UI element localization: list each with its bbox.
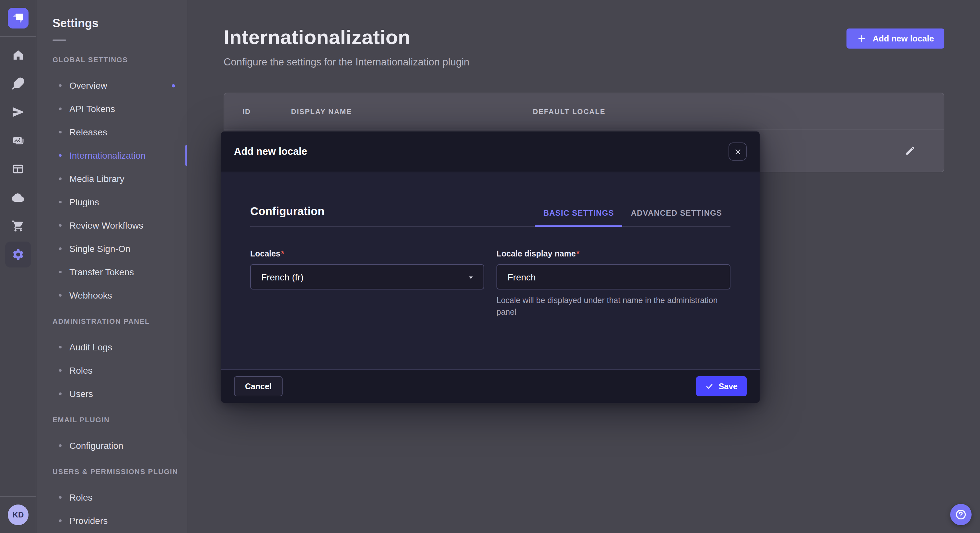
column-id: ID	[242, 108, 251, 115]
bullet-icon	[59, 201, 62, 203]
gear-icon	[11, 248, 24, 261]
settings-tabs: BASIC SETTINGS ADVANCED SETTINGS	[535, 209, 730, 226]
question-mark-icon	[955, 508, 967, 521]
bullet-icon	[59, 108, 62, 110]
sidebar-item-review-workflows[interactable]: Review Workflows	[37, 214, 187, 237]
nav-content-type-builder-button[interactable]	[5, 155, 31, 183]
modal-body: Configuration BASIC SETTINGS ADVANCED SE…	[221, 172, 760, 369]
bullet-icon	[59, 369, 62, 372]
sidebar-item-webhooks[interactable]: Webhooks	[37, 284, 187, 307]
sidebar-item-plugins[interactable]: Plugins	[37, 190, 187, 214]
rail-divider	[0, 496, 36, 497]
help-button[interactable]	[950, 504, 972, 525]
locales-field: Locales* French (fr)	[250, 249, 484, 318]
bullet-icon	[59, 496, 62, 499]
display-name-field: Locale display name* Locale will be disp…	[496, 249, 730, 318]
bullet-icon	[59, 444, 62, 447]
modal-footer: Cancel Save	[221, 369, 760, 403]
section-users-permissions-plugin: USERS & PERMISSIONS PLUGIN Roles Provide…	[37, 468, 187, 532]
nav-cloud-button[interactable]	[5, 183, 31, 212]
bullet-icon	[59, 519, 62, 522]
sidebar-item-internationalization[interactable]: Internationalization	[37, 144, 187, 167]
strapi-logo-button[interactable]	[8, 8, 29, 29]
table-header: ID DISPLAY NAME DEFAULT LOCALE	[224, 93, 944, 130]
sidebar-item-audit-logs[interactable]: Audit Logs	[37, 335, 187, 359]
display-name-hint: Locale will be displayed under that name…	[496, 295, 730, 318]
rail-divider	[0, 36, 36, 37]
rail-icon-list	[0, 41, 36, 269]
bullet-icon	[59, 84, 62, 87]
page-title: Internationalization	[224, 26, 410, 49]
sidebar-item-media-library[interactable]: Media Library	[37, 167, 187, 190]
sidebar-item-providers[interactable]: Providers	[37, 509, 187, 532]
sidebar-item-releases[interactable]: Releases	[37, 121, 187, 144]
locales-select-value: French (fr)	[261, 272, 304, 282]
locales-select[interactable]: French (fr)	[250, 264, 484, 289]
notification-dot-icon	[172, 84, 175, 87]
sidebar-title: Settings	[52, 17, 99, 30]
column-display-name: DISPLAY NAME	[291, 108, 352, 115]
bullet-icon	[59, 247, 62, 250]
add-new-locale-button[interactable]: Add new locale	[847, 29, 944, 49]
display-name-label: Locale display name*	[496, 249, 730, 259]
sidebar-menu: GLOBAL SETTINGS Overview API Tokens Rele…	[37, 56, 187, 532]
nav-content-button[interactable]	[5, 69, 31, 98]
required-asterisk: *	[281, 249, 284, 259]
close-modal-button[interactable]	[729, 143, 747, 160]
strapi-settings-page: KD Settings GLOBAL SETTINGS Overview API…	[0, 0, 980, 533]
sidebar-item-up-roles[interactable]: Roles	[37, 486, 187, 509]
nav-marketplace-button[interactable]	[5, 212, 31, 240]
section-label: GLOBAL SETTINGS	[52, 56, 187, 66]
sidebar-item-transfer-tokens[interactable]: Transfer Tokens	[37, 260, 187, 284]
bullet-icon	[59, 294, 62, 297]
check-icon	[705, 382, 714, 390]
chevron-down-icon	[467, 274, 474, 281]
bullet-icon	[59, 154, 62, 157]
sidebar-item-admin-roles[interactable]: Roles	[37, 359, 187, 382]
sidebar-item-users[interactable]: Users	[37, 382, 187, 405]
plus-icon	[857, 34, 867, 43]
cloud-icon	[11, 191, 25, 204]
user-avatar[interactable]: KD	[8, 504, 29, 525]
paper-plane-icon	[11, 106, 24, 119]
cancel-button[interactable]: Cancel	[234, 376, 283, 397]
edit-locale-button[interactable]	[900, 140, 920, 160]
pencil-icon	[905, 145, 915, 156]
sidebar-item-single-sign-on[interactable]: Single Sign-On	[37, 237, 187, 260]
section-email-plugin: EMAIL PLUGIN Configuration	[37, 416, 187, 457]
page-subtitle: Configure the settings for the Internati…	[224, 56, 469, 68]
settings-sidebar: Settings GLOBAL SETTINGS Overview API To…	[37, 0, 187, 533]
strapi-logo-icon	[8, 8, 29, 29]
nav-deploy-button[interactable]	[5, 98, 31, 126]
active-indicator	[185, 145, 187, 166]
section-label: ADMINISTRATION PANEL	[52, 317, 187, 328]
save-button[interactable]: Save	[696, 376, 747, 397]
nav-settings-button[interactable]	[5, 241, 31, 268]
tab-advanced-settings[interactable]: ADVANCED SETTINGS	[622, 209, 730, 227]
section-global-settings: GLOBAL SETTINGS Overview API Tokens Rele…	[37, 56, 187, 307]
nav-media-library-button[interactable]	[5, 126, 31, 155]
display-name-input[interactable]	[496, 264, 730, 289]
locales-label: Locales*	[250, 249, 484, 259]
column-default-locale: DEFAULT LOCALE	[533, 108, 605, 115]
form-fields: Locales* French (fr) Locale display name…	[250, 249, 730, 318]
add-locale-modal: Add new locale Configuration BASIC SETTI…	[221, 132, 760, 403]
modal-title: Add new locale	[234, 146, 307, 157]
required-asterisk: *	[576, 249, 580, 259]
close-icon	[734, 148, 741, 155]
sidebar-item-overview[interactable]: Overview	[37, 74, 187, 97]
configuration-heading: Configuration	[250, 205, 325, 226]
tab-basic-settings[interactable]: BASIC SETTINGS	[535, 209, 622, 227]
nav-home-button[interactable]	[5, 41, 31, 69]
bullet-icon	[59, 346, 62, 348]
section-label: USERS & PERMISSIONS PLUGIN	[52, 468, 187, 478]
bullet-icon	[59, 224, 62, 227]
configuration-header-row: Configuration BASIC SETTINGS ADVANCED SE…	[250, 172, 730, 227]
bullet-icon	[59, 271, 62, 273]
feather-icon	[11, 77, 24, 90]
sidebar-item-email-configuration[interactable]: Configuration	[37, 434, 187, 457]
section-label: EMAIL PLUGIN	[52, 416, 187, 426]
sidebar-item-api-tokens[interactable]: API Tokens	[37, 97, 187, 121]
modal-header: Add new locale	[221, 132, 760, 172]
layout-icon	[11, 163, 24, 176]
